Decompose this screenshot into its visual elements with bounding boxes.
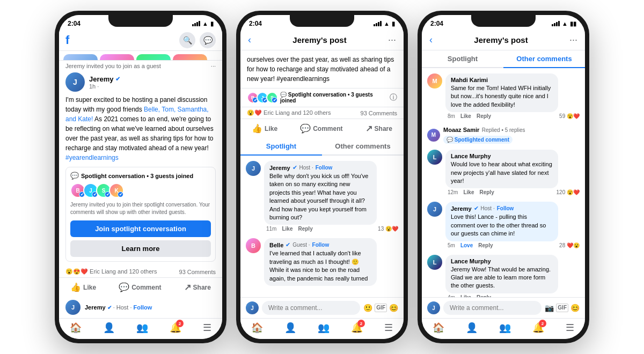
nav-groups-3[interactable]: 👥 <box>499 322 511 334</box>
battery-icon-2: ▮ <box>392 20 395 27</box>
share-button-1[interactable]: ↗ Share <box>184 279 211 296</box>
comment-input-2[interactable] <box>262 301 360 315</box>
tab-spotlight-3[interactable]: Spotlight <box>422 50 503 67</box>
nav-menu-3[interactable]: ☰ <box>566 322 574 334</box>
reply-jeremy-3[interactable]: Reply <box>478 242 493 248</box>
comments-count-1: 93 Comments <box>179 269 216 275</box>
like-comment-btn[interactable]: Like <box>282 226 292 232</box>
comment-button-1[interactable]: 💬 Comment <box>119 279 161 296</box>
messenger-icon[interactable]: 💬 <box>200 32 216 48</box>
nav-profile-1[interactable]: 👤 <box>103 322 115 334</box>
nav-groups-2[interactable]: 👥 <box>318 322 330 334</box>
fb-header: f 🔍 💬 <box>59 30 222 51</box>
love-jeremy-3[interactable]: Love <box>460 242 473 248</box>
time-2: 2:04 <box>249 20 262 27</box>
notification-badge-1: 2 <box>176 320 184 327</box>
spotlight-box-1: 💬 Spotlight conversation • 3 guests join… <box>65 167 216 262</box>
moaaz-row: M Moaaz Samir Replied • 5 replies 💬 Spot… <box>422 123 585 148</box>
comments-count-2: 93 Comments <box>361 110 397 116</box>
nav-home-1[interactable]: 🏠 <box>70 322 82 334</box>
tabs-2: Spotlight Other comments <box>240 138 404 156</box>
like-button-1[interactable]: 👍 Like <box>70 279 96 296</box>
status-icons-2: ▲ ▮ <box>374 20 395 27</box>
reply-lance[interactable]: Reply <box>479 189 494 195</box>
story-2[interactable]: Rhyu <box>136 54 171 61</box>
like-mahdi[interactable]: Like <box>460 113 471 119</box>
join-spotlight-button[interactable]: Join spotlight conversation <box>70 220 211 237</box>
notch-3 <box>471 15 536 27</box>
story-create[interactable]: Story <box>63 54 98 61</box>
like-button-2[interactable]: 👍 Like <box>252 120 277 137</box>
screen-2: ‹ Jeremy's post ··· ourselves over the p… <box>240 30 404 318</box>
tab-spotlight-2[interactable]: Spotlight <box>240 138 322 154</box>
belle-verified: ✔ <box>286 241 290 248</box>
phone-3: 2:04 ▲ ▮▮ ‹ Jeremy's post <box>418 11 589 343</box>
spotlight-bar-2: B✔ J✔ S✔ 💬 Spotlight conversation • 3 gu… <box>240 88 404 107</box>
notification-text: Jeremy invited you to join as a guest <box>65 63 161 69</box>
comment-bubble-belle: Belle ✔ Guest · Follow I've learned that… <box>264 238 377 286</box>
signal-icon <box>192 21 200 26</box>
emoji-icon[interactable]: 🙂 <box>363 304 372 312</box>
stories-bar: Story Story Rhyu Wells <box>59 51 222 61</box>
wifi-icon-3: ▲ <box>562 20 568 27</box>
input-icons-2: 🙂 GIF 😊 <box>363 304 398 312</box>
gif-icon-3[interactable]: GIF <box>556 304 568 312</box>
tab-other-2[interactable]: Other comments <box>322 138 404 154</box>
emoji-icon-3[interactable]: 😊 <box>570 304 580 312</box>
share-button-2[interactable]: ↗ Share <box>365 120 392 137</box>
nav-home-2[interactable]: 🏠 <box>251 322 263 334</box>
host-row: J Jeremy ✔ · Host · Follow <box>59 297 222 315</box>
reply-comment-btn[interactable]: Reply <box>298 226 312 232</box>
comment-2-2: B Belle ✔ Guest · Follow I've learned th… <box>240 236 404 288</box>
more-button-2[interactable]: ··· <box>388 34 396 46</box>
actions-bar-1: 👍 Like 💬 Comment ↗ Share <box>59 277 222 297</box>
comment-avatar-jeremy-2: J <box>246 161 261 176</box>
bubble-jeremy-3: Jeremy ✔ Host · Follow Love this! Lance … <box>445 202 558 241</box>
notification-badge-2: 2 <box>357 320 365 327</box>
comment-jeremy-3: J Jeremy ✔ Host · Follow Love this! Lanc… <box>422 200 585 250</box>
belle-comment-text: I've learned that I actually don't like … <box>269 249 371 283</box>
tabs-3: Spotlight Other comments <box>422 50 585 68</box>
nav-menu-2[interactable]: ☰ <box>384 322 393 334</box>
sticker-icon[interactable]: 😊 <box>389 304 398 312</box>
nav-notifications-1[interactable]: 🔔 2 <box>170 322 181 334</box>
guests-avatars: B ✔ J ✔ S ✔ K ✔ <box>70 183 211 198</box>
camera-icon-3[interactable]: 📷 <box>545 304 554 312</box>
fb-logo: f <box>65 33 69 47</box>
nav-profile-2[interactable]: 👤 <box>284 322 296 334</box>
nav-notifications-3[interactable]: 🔔 2 <box>532 322 544 334</box>
nav-home-3[interactable]: 🏠 <box>433 322 444 334</box>
bottom-nav-3: 🏠 👤 👥 🔔 2 ☰ <box>422 318 585 339</box>
moaaz-name: Moaaz Samir <box>443 127 479 133</box>
comment-lance-1: L Lance Murphy Would love to hear about … <box>422 148 585 197</box>
info-icon[interactable]: ⓘ <box>390 93 397 102</box>
comment-input-bar-3: J 📷 GIF 😊 <box>422 297 585 318</box>
avatar-lance-2: L <box>427 255 442 270</box>
comment-bubble-jeremy-2: Jeremy ✔ Host · Follow Belle why don't y… <box>264 161 377 225</box>
story-3[interactable]: Wells <box>173 54 207 61</box>
learn-more-button[interactable]: Learn more <box>70 240 211 257</box>
nav-groups-1[interactable]: 👥 <box>136 322 148 334</box>
time-1: 2:04 <box>68 20 80 27</box>
bubble-lance-2: Lance Murphy Jeremy Wow! That would be a… <box>445 255 558 293</box>
share-icon: ↗ <box>184 282 191 292</box>
author-avatar-1: J <box>65 72 85 92</box>
back-button-2[interactable]: ‹ <box>248 34 251 46</box>
like-lance[interactable]: Like <box>463 189 474 195</box>
bubble-lance: Lance Murphy Would love to hear about wh… <box>445 150 558 188</box>
back-button-3[interactable]: ‹ <box>429 34 433 46</box>
nav-menu-1[interactable]: ☰ <box>203 322 211 334</box>
more-button-3[interactable]: ··· <box>569 34 577 46</box>
reply-mahdi[interactable]: Reply <box>477 113 491 119</box>
comment-button-2[interactable]: 💬 Comment <box>300 120 342 137</box>
gif-icon[interactable]: GIF <box>375 304 387 312</box>
nav-notifications-2[interactable]: 🔔 2 <box>351 322 363 334</box>
mention-belle: Belle, Tom, Samantha, and Kate! <box>65 106 209 123</box>
search-icon[interactable]: 🔍 <box>179 32 195 48</box>
story-1[interactable]: Story <box>100 54 134 61</box>
battery-icon: ▮ <box>210 20 214 27</box>
comment-input-3[interactable] <box>443 301 541 315</box>
more-icon[interactable]: ··· <box>211 63 216 69</box>
tab-other-3[interactable]: Other comments <box>503 50 585 67</box>
nav-profile-3[interactable]: 👤 <box>466 322 478 334</box>
